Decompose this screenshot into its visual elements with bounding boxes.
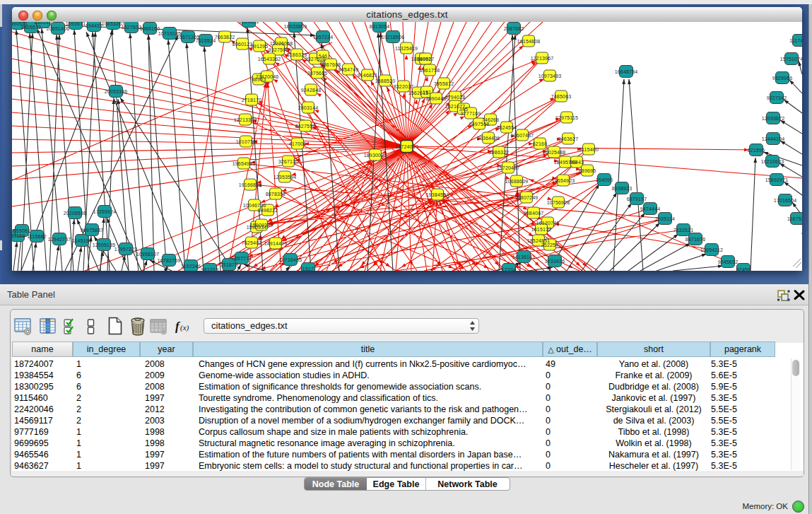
svg-text:12213369: 12213369 [234,117,257,122]
svg-text:8427552: 8427552 [295,124,316,129]
svg-text:8454749: 8454749 [339,67,359,72]
svg-text:17016504: 17016504 [774,198,797,203]
svg-text:18930023: 18930023 [364,153,387,158]
svg-text:16120746: 16120746 [536,221,560,226]
svg-text:1192346: 1192346 [181,264,201,269]
svg-text:17334: 17334 [502,267,516,271]
svg-text:15716485: 15716485 [279,257,302,262]
svg-text:10973493: 10973493 [539,74,562,78]
svg-text:2867608: 2867608 [321,62,341,67]
svg-text:169617: 169617 [417,57,435,62]
svg-text:6966160: 6966160 [140,26,160,31]
svg-text:194437: 194437 [86,23,103,28]
svg-text:12444194: 12444194 [762,136,785,141]
svg-text:20206536: 20206536 [64,211,87,216]
svg-text:15692971: 15692971 [765,177,789,182]
svg-text:8186323: 8186323 [287,52,307,57]
svg-text:2087682: 2087682 [504,26,524,31]
svg-text:855061: 855061 [13,228,31,233]
svg-text:9084067: 9084067 [524,211,544,216]
svg-text:9657771: 9657771 [232,256,252,261]
svg-text:7515524: 7515524 [196,38,216,43]
svg-text:8813054: 8813054 [370,24,390,29]
svg-text:1588520: 1588520 [375,78,396,83]
svg-text:10654112: 10654112 [700,247,723,252]
svg-text:9777169: 9777169 [461,111,481,116]
svg-text:1517: 1517 [302,267,314,271]
svg-text:19218506: 19218506 [382,35,405,40]
svg-text:16648784: 16648784 [615,69,638,74]
svg-text:1615132: 1615132 [531,227,552,232]
svg-text:961213: 961213 [201,267,219,271]
svg-text:7663822: 7663822 [215,35,235,40]
svg-text:8322037: 8322037 [394,84,414,89]
svg-text:3875685: 3875685 [307,71,328,76]
svg-text:20364436: 20364436 [477,136,500,141]
svg-text:19384554: 19384554 [426,192,449,197]
svg-text:1010755: 1010755 [236,139,257,144]
svg-text:7625402: 7625402 [242,240,262,245]
svg-text:9498222: 9498222 [258,208,278,213]
svg-text:9327503: 9327503 [269,47,289,52]
svg-text:164095: 164095 [596,177,613,182]
svg-text:546: 546 [319,54,327,59]
svg-text:16782759: 16782759 [158,258,181,263]
svg-text:10958107: 10958107 [136,252,160,257]
svg-text:252254: 252254 [541,243,559,247]
svg-text:1117403: 1117403 [789,38,802,43]
svg-text:6879197: 6879197 [627,197,647,201]
svg-text:1145194: 1145194 [72,238,92,243]
svg-text:1405572: 1405572 [21,25,42,30]
svg-text:92456: 92456 [736,267,751,271]
svg-text:2803144: 2803144 [298,105,319,110]
svg-text:16033809: 16033809 [284,24,307,29]
svg-text:891295: 891295 [251,44,269,49]
svg-text:9329966: 9329966 [772,76,793,81]
svg-text:10025488: 10025488 [543,150,566,155]
svg-text:8878352: 8878352 [266,192,286,197]
svg-text:17359924: 17359924 [93,209,117,214]
svg-text:(x): (x) [180,323,189,332]
svg-text:12093872: 12093872 [762,116,785,121]
svg-text:7986322: 7986322 [489,150,510,155]
svg-text:16210643: 16210643 [761,159,784,164]
svg-text:8960123: 8960123 [233,42,253,47]
svg-text:9463627: 9463627 [558,136,579,141]
svg-text:7857224: 7857224 [313,35,334,40]
svg-text:6961758: 6961758 [420,68,440,73]
svg-text:9227342: 9227342 [767,95,787,100]
svg-text:14914479: 14914479 [264,241,288,246]
svg-text:1167534: 1167534 [787,216,802,221]
svg-text:20053346: 20053346 [105,89,128,94]
svg-text:19166825: 19166825 [239,182,262,187]
svg-text:7632621: 7632621 [673,228,694,233]
svg-text:18807249: 18807249 [515,195,539,200]
svg-text:62160: 62160 [533,141,547,146]
svg-text:15720407: 15720407 [497,165,520,170]
svg-text:1093571: 1093571 [66,22,86,26]
svg-text:12213967: 12213967 [531,56,554,61]
svg-text:9245652: 9245652 [718,259,739,264]
svg-text:90975887: 90975887 [81,228,104,233]
svg-text:7485063: 7485063 [551,94,572,99]
svg-text:8990448: 8990448 [426,96,447,101]
svg-text:12942737: 12942737 [48,237,71,242]
svg-text:17957223: 17957223 [114,247,138,252]
svg-text:11325419: 11325419 [395,46,418,51]
svg-text:10688609: 10688609 [505,179,529,184]
svg-text:16543362: 16543362 [258,57,281,62]
svg-text:8938923: 8938923 [612,186,632,191]
svg-text:6497568: 6497568 [469,122,490,127]
svg-text:12505135: 12505135 [93,243,116,247]
svg-text:1064821: 1064821 [239,22,259,24]
svg-text:3267130: 3267130 [278,159,299,164]
svg-text:15909349: 15909349 [250,223,273,228]
svg-text:821595: 821595 [748,148,765,153]
svg-text:15751074: 15751074 [780,57,802,62]
svg-text:9146821: 9146821 [358,73,378,78]
svg-text:12353594: 12353594 [273,175,297,180]
svg-text:7955812: 7955812 [434,81,454,86]
svg-text:830145: 830145 [35,22,52,25]
svg-text:746266: 746266 [482,117,500,122]
svg-text:3624554: 3624554 [497,125,517,130]
